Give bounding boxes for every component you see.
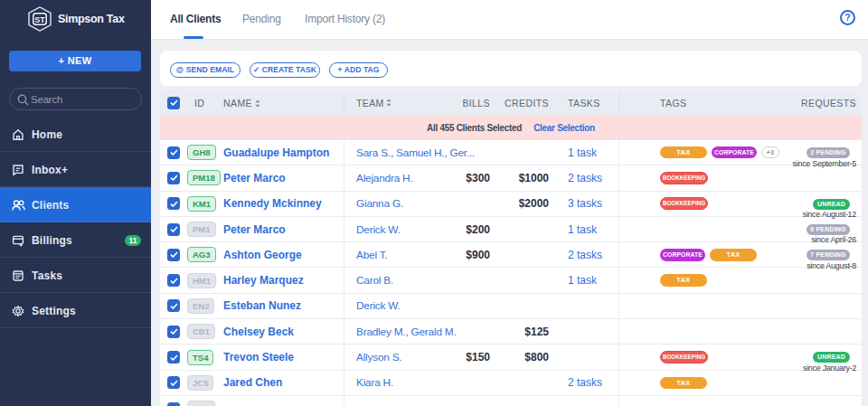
svg-text:ST: ST	[34, 15, 45, 24]
